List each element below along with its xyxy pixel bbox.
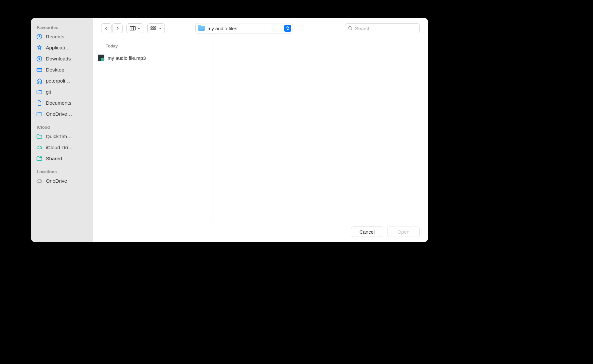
clock-icon bbox=[36, 33, 43, 40]
file-name: my audio file.mp3 bbox=[108, 55, 146, 61]
sidebar-section-favourites: Favourites Recents Applicati… Downloads bbox=[31, 23, 93, 120]
open-button[interactable]: Open bbox=[387, 227, 420, 237]
sidebar-item-label: Downloads bbox=[46, 56, 71, 62]
folder-icon bbox=[36, 111, 43, 117]
nav-group bbox=[101, 23, 123, 33]
app-icon bbox=[36, 45, 43, 51]
sidebar-item-label: QuickTim… bbox=[46, 134, 72, 139]
open-file-dialog: Favourites Recents Applicati… Downloads bbox=[31, 18, 428, 242]
sidebar-item-label: OneDrive… bbox=[46, 111, 72, 117]
section-title: Locations bbox=[31, 167, 93, 176]
audio-file-icon bbox=[98, 55, 104, 61]
sidebar-item-label: Documents bbox=[46, 100, 71, 106]
main-panel: my audio files Today my audio file.mp3 bbox=[93, 18, 428, 242]
search-box[interactable] bbox=[345, 23, 420, 33]
sidebar-item-desktop[interactable]: Desktop bbox=[31, 64, 93, 75]
sidebar-item-applications[interactable]: Applicati… bbox=[31, 42, 93, 53]
svg-rect-5 bbox=[130, 26, 136, 30]
chevron-right-icon bbox=[115, 26, 120, 31]
chevron-left-icon bbox=[104, 26, 109, 31]
sidebar-item-label: Applicati… bbox=[46, 45, 70, 51]
sidebar-item-downloads[interactable]: Downloads bbox=[31, 53, 93, 64]
sidebar-item-label: peterpoli… bbox=[46, 78, 70, 84]
sidebar-item-label: Shared bbox=[46, 156, 62, 162]
sidebar-item-git[interactable]: git bbox=[31, 86, 93, 98]
sidebar-item-label: Recents bbox=[46, 34, 64, 40]
desktop-icon bbox=[36, 67, 43, 73]
group-view-button[interactable] bbox=[147, 23, 165, 33]
file-row[interactable]: my audio file.mp3 bbox=[93, 52, 213, 64]
sidebar-item-shared[interactable]: Shared bbox=[31, 153, 93, 164]
search-input[interactable] bbox=[355, 26, 417, 31]
group-icon bbox=[150, 26, 157, 31]
folder-icon bbox=[198, 26, 205, 31]
forward-button[interactable] bbox=[112, 23, 123, 33]
svg-rect-7 bbox=[153, 27, 154, 28]
folder-dropdown-toggle[interactable] bbox=[284, 25, 291, 32]
toolbar: my audio files bbox=[93, 18, 428, 39]
sidebar-section-locations: Locations OneDrive bbox=[31, 167, 93, 187]
cloud-icon bbox=[36, 178, 43, 184]
home-icon bbox=[36, 78, 43, 84]
sidebar-item-home[interactable]: peterpoli… bbox=[31, 75, 93, 86]
sidebar-item-onedrive-location[interactable]: OneDrive bbox=[31, 176, 93, 187]
sidebar-item-icloud-drive[interactable]: iCloud Dri… bbox=[31, 142, 93, 153]
sidebar-item-label: git bbox=[46, 89, 51, 95]
column-header: Today bbox=[93, 39, 213, 52]
back-button[interactable] bbox=[101, 23, 112, 33]
sidebar-item-recents[interactable]: Recents bbox=[31, 31, 93, 42]
columns-icon bbox=[129, 26, 136, 31]
current-folder-name: my audio files bbox=[207, 26, 237, 31]
chevron-down-icon bbox=[159, 27, 162, 30]
footer: Cancel Open bbox=[93, 221, 428, 242]
svg-rect-9 bbox=[151, 29, 152, 30]
preview-pane bbox=[213, 39, 428, 221]
folder-selector[interactable]: my audio files bbox=[195, 23, 293, 33]
svg-rect-11 bbox=[155, 29, 156, 30]
svg-rect-3 bbox=[37, 68, 42, 69]
updown-icon bbox=[286, 26, 290, 31]
folder-icon bbox=[36, 133, 43, 140]
svg-point-12 bbox=[349, 26, 351, 29]
cancel-button[interactable]: Cancel bbox=[351, 227, 383, 237]
doc-icon bbox=[36, 100, 43, 106]
file-column[interactable]: Today my audio file.mp3 bbox=[93, 39, 213, 221]
cloud-icon bbox=[36, 144, 43, 151]
svg-rect-8 bbox=[155, 27, 156, 28]
sidebar: Favourites Recents Applicati… Downloads bbox=[31, 18, 93, 242]
search-icon bbox=[348, 26, 353, 31]
columns-view-button[interactable] bbox=[126, 23, 143, 33]
svg-rect-6 bbox=[151, 27, 152, 28]
sidebar-item-label: iCloud Dri… bbox=[46, 145, 73, 150]
download-icon bbox=[36, 56, 43, 62]
section-title: iCloud bbox=[31, 123, 93, 131]
sidebar-item-label: Desktop bbox=[46, 67, 64, 73]
folder-badge-icon bbox=[36, 155, 43, 162]
sidebar-item-label: OneDrive bbox=[46, 178, 67, 184]
folder-icon bbox=[36, 89, 43, 95]
sidebar-item-documents[interactable]: Documents bbox=[31, 98, 93, 109]
section-title: Favourites bbox=[31, 23, 93, 31]
sidebar-item-quicktime[interactable]: QuickTim… bbox=[31, 131, 93, 142]
content-area: Today my audio file.mp3 bbox=[93, 39, 428, 221]
svg-rect-10 bbox=[153, 29, 154, 30]
sidebar-section-icloud: iCloud QuickTim… iCloud Dri… Shared bbox=[31, 123, 93, 164]
sidebar-item-onedrive[interactable]: OneDrive… bbox=[31, 109, 93, 120]
svg-point-4 bbox=[40, 156, 42, 158]
chevron-down-icon bbox=[137, 27, 140, 30]
